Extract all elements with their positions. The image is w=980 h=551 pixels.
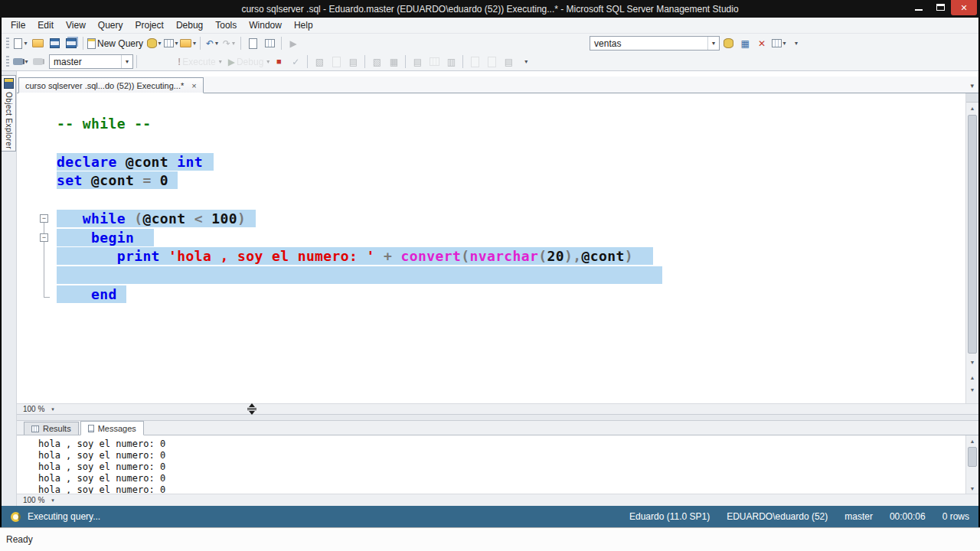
debug-button[interactable]: ▶ Debug ▾ — [227, 54, 271, 70]
menu-window[interactable]: Window — [243, 18, 288, 33]
toolbar-grip[interactable] — [6, 56, 9, 68]
collapse-region-button[interactable]: − — [40, 233, 48, 242]
tab-close-icon[interactable]: × — [191, 81, 196, 90]
chevron-down-icon[interactable]: ▾ — [266, 58, 270, 65]
chevron-down-icon[interactable]: ▾ — [175, 40, 178, 47]
chevron-down-icon[interactable]: ▾ — [707, 37, 719, 50]
connect-button[interactable]: ▾ — [12, 54, 29, 70]
menu-file[interactable]: File — [5, 18, 31, 33]
delete-button[interactable]: ✕ — [753, 35, 770, 52]
database-engine-query-button[interactable]: ▾ — [145, 35, 162, 52]
editor-vertical-scrollbar[interactable]: ▲ ▼ ▲ ▼ — [965, 93, 978, 403]
scroll-up-button[interactable]: ▲ — [966, 103, 978, 113]
object-explorer-tab[interactable]: Object Explorer — [2, 75, 16, 152]
open-query-button[interactable]: ▾ — [179, 35, 197, 52]
client-statistics-button[interactable]: ▦ — [385, 54, 402, 70]
editor-zoom-control[interactable]: 100 % ▾ — [23, 405, 54, 413]
results-layout-button[interactable]: ▾ — [770, 35, 787, 52]
menu-edit[interactable]: Edit — [31, 18, 60, 33]
scroll-down-button[interactable]: ▼ — [966, 357, 978, 367]
code-line[interactable] — [57, 133, 963, 152]
chevron-down-icon[interactable]: ▾ — [232, 40, 235, 47]
chevron-down-icon[interactable]: ▾ — [51, 406, 54, 412]
chevron-down-icon[interactable]: ▾ — [51, 497, 54, 504]
code-line[interactable]: end — [57, 285, 963, 304]
code-line[interactable]: begin — [57, 228, 963, 247]
toolbar-overflow-button[interactable]: ▾ — [517, 54, 534, 70]
menu-debug[interactable]: Debug — [170, 18, 209, 33]
code-line[interactable] — [57, 190, 963, 209]
nav-previous-button[interactable]: ▲ — [966, 372, 978, 383]
chevron-down-icon[interactable]: ▾ — [24, 58, 28, 65]
results-to-file-button[interactable]: ▥ — [443, 54, 459, 70]
menu-help[interactable]: Help — [288, 18, 319, 33]
new-file-button[interactable]: ▾ — [12, 35, 29, 52]
intellisense-button[interactable]: ▤ — [345, 54, 361, 70]
analysis-query-button[interactable]: ▾ — [162, 35, 179, 52]
execute-shell-button[interactable] — [720, 35, 737, 52]
maximize-button[interactable] — [929, 0, 951, 14]
include-actual-plan-button[interactable]: ▧ — [368, 54, 385, 70]
activity-monitor-button[interactable] — [261, 35, 278, 52]
scroll-up-button[interactable]: ▲ — [966, 435, 978, 446]
menu-query[interactable]: Query — [92, 18, 129, 33]
scroll-down-button[interactable]: ▼ — [966, 483, 978, 494]
collapse-region-button[interactable]: − — [40, 214, 48, 223]
code-line[interactable]: print 'hola , soy el numero: ' + convert… — [57, 246, 963, 266]
code-line[interactable]: while (@cont < 100) — [57, 209, 963, 228]
change-connection-button[interactable] — [29, 54, 46, 70]
results-to-grid-button[interactable] — [426, 54, 443, 70]
scrollbar-splitter-grip[interactable] — [966, 93, 978, 103]
close-button[interactable]: ✕ — [951, 0, 977, 15]
messages-pane[interactable]: hola , soy el numero: 0hola , soy el num… — [17, 435, 978, 494]
execute-button[interactable]: ! Execute ▾ — [177, 54, 223, 70]
cancel-executing-query-button[interactable]: ■ — [270, 54, 287, 70]
open-file-button[interactable] — [29, 35, 46, 52]
scrollbar-thumb[interactable] — [968, 115, 977, 354]
chevron-down-icon[interactable]: ▾ — [24, 40, 27, 47]
toolbar-grip[interactable] — [6, 37, 9, 50]
tab-results[interactable]: Results — [24, 422, 79, 435]
redo-button[interactable]: ↷▾ — [220, 35, 237, 52]
available-databases-combo[interactable]: master ▾ — [49, 54, 133, 69]
display-estimated-plan-button[interactable]: ▧ — [311, 54, 328, 70]
chevron-down-icon[interactable]: ▾ — [158, 40, 162, 47]
results-to-text-button[interactable]: ▤ — [409, 54, 426, 70]
query-options-button[interactable] — [328, 54, 345, 70]
chevron-down-icon[interactable]: ▾ — [219, 58, 222, 65]
save-all-button[interactable] — [63, 35, 80, 52]
statistics-button[interactable]: ▦ — [737, 35, 753, 52]
code-line[interactable]: declare @cont int — [57, 152, 963, 171]
minimize-button[interactable] — [908, 0, 929, 14]
code-editor[interactable]: -- while --declare @cont intset @cont = … — [17, 93, 978, 403]
code-line[interactable] — [57, 266, 963, 285]
chevron-down-icon[interactable]: ▾ — [215, 40, 218, 47]
menu-project[interactable]: Project — [129, 18, 170, 33]
nav-next-button[interactable]: ▼ — [966, 384, 978, 395]
messages-vertical-scrollbar[interactable]: ▲ ▼ — [965, 435, 978, 494]
code-line[interactable]: set @cont = 0 — [57, 171, 963, 190]
chevron-down-icon[interactable]: ▾ — [121, 55, 132, 68]
toolbar-overflow-button[interactable]: ▾ — [787, 35, 804, 52]
undo-button[interactable]: ↶▾ — [204, 35, 220, 52]
indent-button[interactable]: ▤ — [500, 54, 517, 70]
chevron-down-icon[interactable]: ▾ — [193, 40, 196, 47]
chevron-down-icon[interactable]: ▾ — [783, 40, 786, 47]
code-line[interactable]: -- while -- — [57, 114, 963, 133]
scrollbar-thumb[interactable] — [968, 447, 977, 467]
uncomment-button[interactable] — [483, 54, 500, 70]
menu-view[interactable]: View — [60, 18, 92, 33]
save-button[interactable] — [46, 35, 63, 52]
results-zoom-control[interactable]: 100 % ▾ — [23, 496, 54, 504]
document-tab[interactable]: curso sqlserver .sql...do (52)) Executin… — [18, 77, 204, 93]
start-button[interactable]: ▶ — [285, 35, 302, 52]
database-selector-combo[interactable]: ventas ▾ — [590, 36, 720, 51]
tab-messages[interactable]: Messages — [80, 421, 144, 435]
new-query-button[interactable]: New Query — [87, 35, 145, 52]
comment-button[interactable] — [466, 54, 483, 70]
results-splitter[interactable] — [17, 414, 978, 421]
menu-tools[interactable]: Tools — [209, 18, 243, 33]
parse-button[interactable]: ✓ — [287, 54, 304, 70]
find-in-files-button[interactable] — [244, 35, 261, 52]
document-list-dropdown[interactable]: ▾ — [970, 82, 978, 93]
